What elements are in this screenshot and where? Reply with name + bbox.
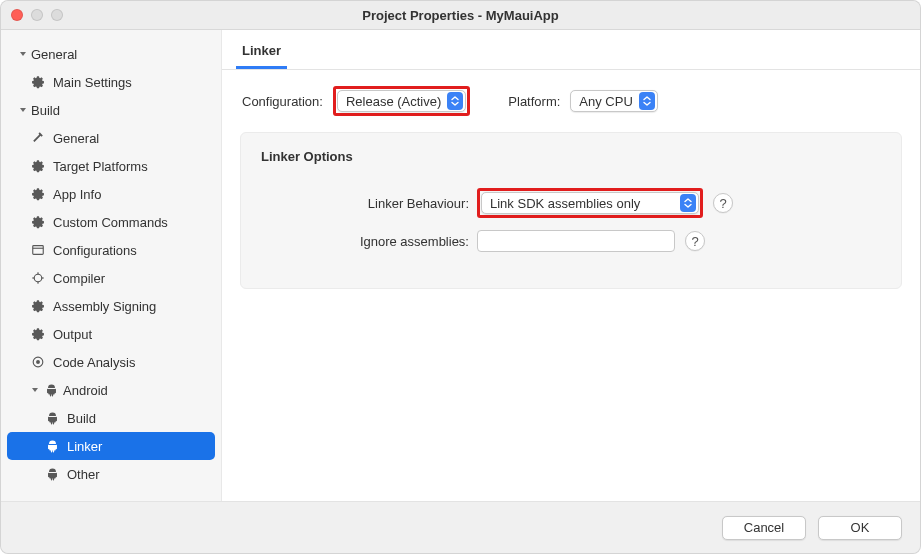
android-icon bbox=[43, 412, 61, 425]
sidebar-group-general[interactable]: General bbox=[1, 40, 221, 68]
hammer-icon bbox=[29, 131, 47, 145]
sidebar-item-custom-commands[interactable]: Custom Commands bbox=[1, 208, 221, 236]
sidebar-item-configurations[interactable]: Configurations bbox=[1, 236, 221, 264]
panel-title: Linker Options bbox=[261, 149, 881, 164]
configuration-value: Release (Active) bbox=[346, 94, 441, 109]
compiler-icon bbox=[29, 271, 47, 285]
gear-icon bbox=[29, 75, 47, 89]
sidebar-item-target-platforms[interactable]: Target Platforms bbox=[1, 152, 221, 180]
button-label: Cancel bbox=[744, 520, 784, 535]
cancel-button[interactable]: Cancel bbox=[722, 516, 806, 540]
sidebar-group-label: Android bbox=[63, 383, 108, 398]
svg-point-8 bbox=[36, 360, 40, 364]
sidebar-group-label: Build bbox=[31, 103, 60, 118]
sidebar-item-main-settings[interactable]: Main Settings bbox=[1, 68, 221, 96]
sidebar-item-label: Output bbox=[53, 327, 92, 342]
dialog-footer: Cancel OK bbox=[1, 501, 920, 553]
sidebar-item-android-linker[interactable]: Linker bbox=[7, 432, 215, 460]
svg-rect-6 bbox=[42, 277, 44, 278]
main-panel: Linker Configuration: Release (Active) P… bbox=[222, 30, 920, 501]
sidebar-item-label: Assembly Signing bbox=[53, 299, 156, 314]
android-icon bbox=[43, 440, 61, 453]
platform-label: Platform: bbox=[508, 94, 560, 109]
tab-bar: Linker bbox=[222, 30, 920, 70]
linker-options-panel: Linker Options Linker Behaviour: Link SD… bbox=[240, 132, 902, 289]
sidebar-item-label: General bbox=[53, 131, 99, 146]
gear-icon bbox=[29, 187, 47, 201]
ignore-assemblies-row: Ignore assemblies: ? bbox=[261, 230, 881, 252]
select-toggle-icon bbox=[447, 92, 463, 110]
sidebar: General Main Settings Build General bbox=[1, 30, 222, 501]
select-toggle-icon bbox=[680, 194, 696, 212]
project-properties-window: Project Properties - MyMauiApp General M… bbox=[0, 0, 921, 554]
sidebar-group-android[interactable]: Android bbox=[1, 376, 221, 404]
android-icon bbox=[43, 468, 61, 481]
chevron-down-icon bbox=[17, 50, 29, 58]
tab-label: Linker bbox=[242, 43, 281, 58]
sidebar-item-label: Other bbox=[67, 467, 100, 482]
select-toggle-icon bbox=[639, 92, 655, 110]
linker-behaviour-highlight: Link SDK assemblies only bbox=[477, 188, 703, 218]
linker-behaviour-value: Link SDK assemblies only bbox=[490, 196, 640, 211]
svg-rect-3 bbox=[37, 272, 38, 274]
close-window-button[interactable] bbox=[11, 9, 23, 21]
sidebar-item-android-build[interactable]: Build bbox=[1, 404, 221, 432]
linker-behaviour-row: Linker Behaviour: Link SDK assemblies on… bbox=[261, 188, 881, 218]
linker-behaviour-help-button[interactable]: ? bbox=[713, 193, 733, 213]
gear-icon bbox=[29, 159, 47, 173]
chevron-down-icon bbox=[29, 386, 41, 394]
gear-icon bbox=[29, 327, 47, 341]
help-icon: ? bbox=[719, 196, 726, 211]
button-label: OK bbox=[851, 520, 870, 535]
config-row: Configuration: Release (Active) Platform… bbox=[222, 70, 920, 132]
sidebar-item-compiler[interactable]: Compiler bbox=[1, 264, 221, 292]
ignore-assemblies-label: Ignore assemblies: bbox=[261, 234, 477, 249]
sidebar-item-app-info[interactable]: App Info bbox=[1, 180, 221, 208]
tab-linker[interactable]: Linker bbox=[236, 35, 287, 69]
sidebar-item-label: Main Settings bbox=[53, 75, 132, 90]
chevron-down-icon bbox=[17, 106, 29, 114]
sidebar-item-output[interactable]: Output bbox=[1, 320, 221, 348]
sidebar-item-assembly-signing[interactable]: Assembly Signing bbox=[1, 292, 221, 320]
window-controls bbox=[11, 9, 63, 21]
sidebar-group-build[interactable]: Build bbox=[1, 96, 221, 124]
sidebar-item-build-general[interactable]: General bbox=[1, 124, 221, 152]
sidebar-item-label: Code Analysis bbox=[53, 355, 135, 370]
sidebar-item-label: Compiler bbox=[53, 271, 105, 286]
sidebar-item-label: Configurations bbox=[53, 243, 137, 258]
sidebar-item-code-analysis[interactable]: Code Analysis bbox=[1, 348, 221, 376]
maximize-window-button[interactable] bbox=[51, 9, 63, 21]
ok-button[interactable]: OK bbox=[818, 516, 902, 540]
configuration-highlight: Release (Active) bbox=[333, 86, 470, 116]
svg-rect-0 bbox=[33, 246, 44, 255]
content-area: General Main Settings Build General bbox=[1, 29, 920, 501]
linker-behaviour-select[interactable]: Link SDK assemblies only bbox=[481, 192, 699, 214]
target-icon bbox=[29, 355, 47, 369]
titlebar: Project Properties - MyMauiApp bbox=[1, 1, 920, 29]
configuration-label: Configuration: bbox=[242, 94, 323, 109]
android-icon bbox=[43, 384, 59, 397]
configuration-select[interactable]: Release (Active) bbox=[337, 90, 466, 112]
window-icon bbox=[29, 243, 47, 257]
svg-point-7 bbox=[33, 357, 43, 367]
sidebar-item-label: Custom Commands bbox=[53, 215, 168, 230]
sidebar-item-label: Linker bbox=[67, 439, 102, 454]
sidebar-item-label: Build bbox=[67, 411, 96, 426]
svg-rect-5 bbox=[32, 277, 34, 278]
linker-behaviour-label: Linker Behaviour: bbox=[261, 196, 477, 211]
sidebar-item-label: Target Platforms bbox=[53, 159, 148, 174]
sidebar-item-label: App Info bbox=[53, 187, 101, 202]
window-title: Project Properties - MyMauiApp bbox=[1, 8, 920, 23]
svg-point-2 bbox=[34, 274, 42, 282]
help-icon: ? bbox=[691, 234, 698, 249]
ignore-assemblies-input[interactable] bbox=[477, 230, 675, 252]
sidebar-item-android-other[interactable]: Other bbox=[1, 460, 221, 488]
svg-rect-4 bbox=[37, 282, 38, 284]
gear-icon bbox=[29, 299, 47, 313]
platform-value: Any CPU bbox=[579, 94, 632, 109]
ignore-assemblies-help-button[interactable]: ? bbox=[685, 231, 705, 251]
minimize-window-button[interactable] bbox=[31, 9, 43, 21]
sidebar-group-label: General bbox=[31, 47, 77, 62]
gear-icon bbox=[29, 215, 47, 229]
platform-select[interactable]: Any CPU bbox=[570, 90, 657, 112]
